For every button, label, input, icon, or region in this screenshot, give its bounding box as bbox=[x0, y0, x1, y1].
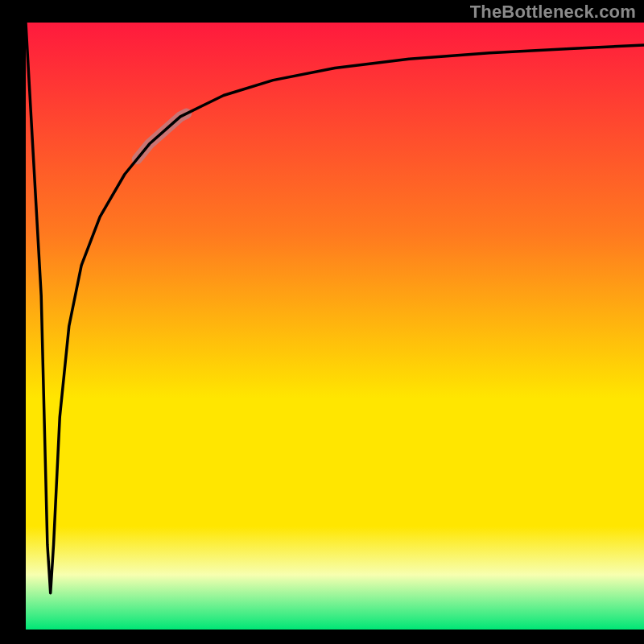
watermark-text: TheBottleneck.com bbox=[470, 2, 636, 23]
chart-frame: { "watermark": "TheBottleneck.com", "col… bbox=[0, 0, 644, 644]
bottleneck-chart bbox=[0, 0, 644, 644]
plot-area bbox=[26, 23, 644, 630]
